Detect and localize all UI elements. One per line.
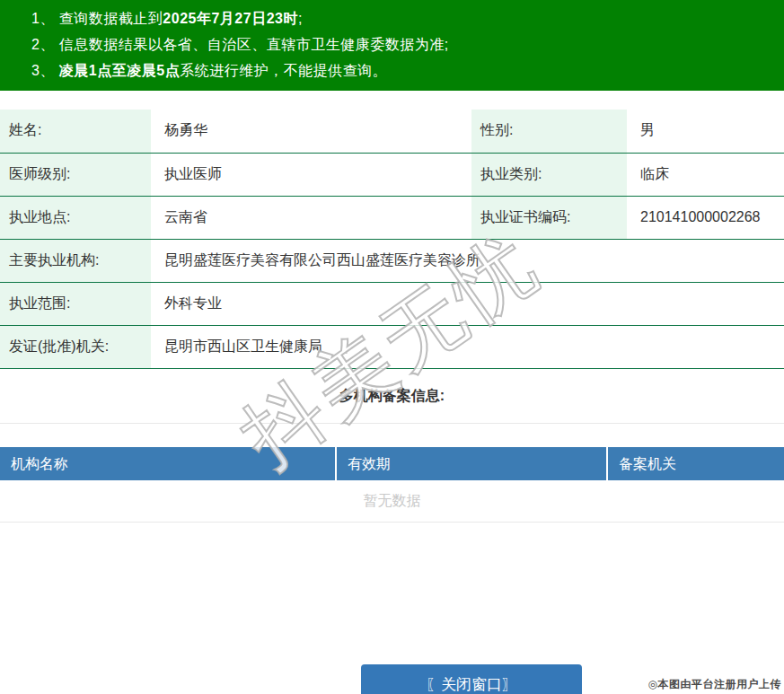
table-row: 医师级别: 执业医师 执业类别: 临床 — [0, 153, 784, 196]
gender-value: 男 — [627, 110, 784, 153]
table-row: 发证(批准)机关: 昆明市西山区卫生健康局 — [0, 325, 784, 368]
upload-attribution-note: ◎本图由平台注册用户上传 — [648, 677, 781, 692]
column-header-institution-name: 机构名称 — [0, 447, 335, 480]
practice-scope-label: 执业范围: — [0, 282, 151, 325]
name-value: 杨勇华 — [151, 110, 471, 153]
practice-category-label: 执业类别: — [471, 153, 627, 196]
notice-line-3: 3、 凌晨1点至凌晨5点系统进行维护，不能提供查询。 — [0, 57, 784, 83]
doctor-info-table: 姓名: 杨勇华 性别: 男 医师级别: 执业医师 执业类别: 临床 执业地点: … — [0, 110, 784, 369]
table-row: 姓名: 杨勇华 性别: 男 — [0, 110, 784, 153]
doctor-level-label: 医师级别: — [0, 153, 151, 196]
table-row: 执业范围: 外科专业 — [0, 282, 784, 325]
issuing-authority-value: 昆明市西山区卫生健康局 — [151, 325, 784, 368]
close-window-button[interactable]: 〖关闭窗口〗 — [361, 664, 582, 694]
multi-org-section-heading: 多机构备案信息: — [0, 369, 784, 424]
notice-3-bold: 凌晨1点至凌晨5点 — [59, 63, 180, 78]
notice-1-text: 1、 查询数据截止到 — [31, 11, 163, 26]
notice-line-1: 1、 查询数据截止到2025年7月27日23时; — [0, 5, 784, 31]
notice-banner: 1、 查询数据截止到2025年7月27日23时; 2、 信息数据结果以各省、自治… — [0, 0, 784, 91]
notice-2-text: 2、 信息数据结果以各省、自治区、直辖市卫生健康委数据为准; — [31, 37, 449, 52]
certificate-number-label: 执业证书编码: — [471, 196, 627, 239]
column-header-validity-period: 有效期 — [335, 447, 606, 480]
certificate-number-value: 210141000002268 — [627, 196, 784, 239]
notice-1-suffix: ; — [298, 11, 303, 26]
table-row: 执业地点: 云南省 执业证书编码: 210141000002268 — [0, 196, 784, 239]
doctor-level-value: 执业医师 — [151, 153, 471, 196]
notice-3-suffix: 系统进行维护，不能提供查询。 — [180, 63, 387, 78]
practice-location-label: 执业地点: — [0, 196, 151, 239]
main-institution-value: 昆明盛莲医疗美容有限公司西山盛莲医疗美容诊所 — [151, 239, 784, 282]
gender-label: 性别: — [471, 110, 627, 153]
notice-1-bold: 2025年7月27日23时 — [163, 11, 298, 26]
issuing-authority-label: 发证(批准)机关: — [0, 325, 151, 368]
multi-org-table-header: 机构名称 有效期 备案机关 — [0, 447, 784, 480]
main-institution-label: 主要执业机构: — [0, 239, 151, 282]
no-data-placeholder: 暂无数据 — [0, 480, 784, 523]
practice-location-value: 云南省 — [151, 196, 471, 239]
license-query-page: 1、 查询数据截止到2025年7月27日23时; 2、 信息数据结果以各省、自治… — [0, 0, 784, 694]
practice-scope-value: 外科专业 — [151, 282, 784, 325]
notice-3-text: 3、 — [31, 63, 59, 78]
table-row: 主要执业机构: 昆明盛莲医疗美容有限公司西山盛莲医疗美容诊所 — [0, 239, 784, 282]
column-header-filing-authority: 备案机关 — [606, 447, 784, 480]
notice-line-2: 2、 信息数据结果以各省、自治区、直辖市卫生健康委数据为准; — [0, 31, 784, 57]
name-label: 姓名: — [0, 110, 151, 153]
practice-category-value: 临床 — [627, 153, 784, 196]
